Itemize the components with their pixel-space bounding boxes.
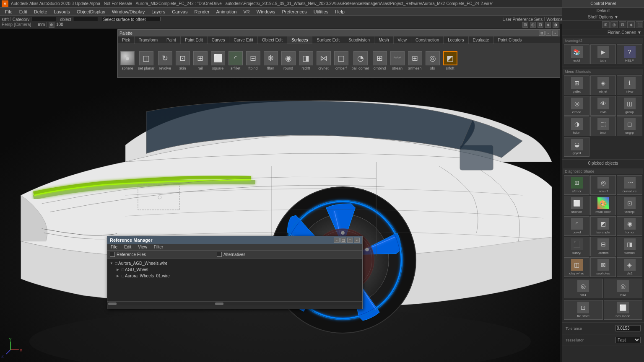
tool-set-planar[interactable]: ◫ set planar (137, 50, 156, 71)
tool-sphere[interactable]: ● sphere (119, 50, 135, 71)
tab-pick[interactable]: Pick (118, 36, 135, 44)
camera-icon[interactable]: ◈ (545, 22, 551, 28)
rm-titlebar[interactable]: Reference Manager − ◫ □ × (107, 236, 362, 244)
rm-right-scrollbar[interactable] (214, 301, 362, 305)
cp-icon-5[interactable]: ⬛ (636, 21, 643, 28)
rm-minimize-btn[interactable]: − (334, 238, 340, 243)
rm-left-scroll-thumb[interactable] (108, 303, 117, 305)
tool-crnbind[interactable]: ⊞ crnbind (372, 50, 388, 71)
curvd-btn[interactable]: ◜ curvd (564, 216, 589, 236)
hornor-btn[interactable]: ◉ hornor (617, 216, 642, 236)
rm-alternatives-checkbox[interactable] (217, 252, 222, 257)
menu-canvas[interactable]: Canvas (169, 8, 191, 15)
tool-round[interactable]: ◉ round (280, 50, 296, 71)
menu-animation[interactable]: Animation (213, 8, 240, 15)
tmpl-btn[interactable]: ⬚ tmpl (590, 116, 616, 136)
rm-right-scroll-thumb[interactable] (215, 303, 223, 305)
turnnel-btn[interactable]: ◨ turnnel (617, 237, 642, 256)
rm-tree-item-aurora-agd[interactable]: ▼ □ Aurora_AGD_Wheels.wire (108, 260, 213, 266)
menu-preferences[interactable]: Preferences (278, 8, 310, 15)
menu-file[interactable]: File (2, 8, 16, 15)
vis1-btn[interactable]: ◎ vis1 (564, 279, 603, 298)
rm-maximize-btn[interactable]: □ (347, 238, 353, 243)
menu-layers[interactable]: Layers (148, 8, 169, 15)
rm-menu-file[interactable]: File (107, 244, 121, 250)
sophotes-btn[interactable]: ⊠ sophotes (590, 257, 616, 277)
menu-edit[interactable]: Edit (16, 8, 31, 15)
main-viewport[interactable]: X Y Z (0, 28, 560, 362)
palette-minimize-btn[interactable]: − (545, 31, 551, 36)
rm-tree-item-agd-wheel[interactable]: ▶ □ AGD_Wheel (108, 266, 213, 273)
tool-crvnet[interactable]: ⋈ crvnet (316, 50, 332, 71)
tool-rsdrft[interactable]: ◨ rsdrft (298, 50, 314, 71)
palette-close-btn[interactable]: × (552, 31, 558, 36)
cp-icon-3[interactable]: ⊡ (619, 21, 626, 28)
tab-view[interactable]: View (394, 36, 412, 44)
tab-subdivision[interactable]: Subdivision (344, 36, 374, 44)
tool-cmbsrf[interactable]: ◫ cmbsrf (333, 50, 349, 71)
tab-object-edit[interactable]: Object Edit (258, 36, 287, 44)
tab-locators[interactable]: Locators (444, 36, 468, 44)
tab-transform[interactable]: Transform (135, 36, 162, 44)
palette-controls[interactable]: ⊞ − × (539, 31, 558, 36)
menu-vr[interactable]: VR (240, 8, 253, 15)
tancrpl-btn[interactable]: ⊡ tancrpl (617, 196, 642, 215)
tool-ball-corner[interactable]: ◔ ball corner (351, 50, 370, 71)
shading-icon[interactable]: ◎ (530, 22, 536, 28)
rm-close-btn[interactable]: × (354, 238, 360, 243)
rm-menu-filter[interactable]: Filter (151, 244, 166, 250)
tab-point-clouds[interactable]: Point Clouds (494, 36, 527, 44)
help-btn[interactable]: ? HELP (617, 44, 642, 64)
eskil-btn[interactable]: 📚 eskil (564, 44, 589, 64)
file-state-btn[interactable]: ⊡ file state (564, 300, 603, 320)
rm-tree-item-aurora-wheels-01[interactable]: ▶ □ Aurora_Wheels_01.wire (108, 273, 213, 279)
invis-btn[interactable]: 👁 invis (590, 96, 616, 116)
username-display[interactable]: Florian.Coenen ▼ (562, 29, 644, 36)
tutrs-btn[interactable]: ▶ tutrs (590, 44, 616, 64)
tab-curves[interactable]: Curves (208, 36, 230, 44)
cp-icon-4[interactable]: ◈ (627, 21, 635, 28)
zoom-icon[interactable]: ⊕ (49, 22, 55, 28)
tool-ftbind[interactable]: ⊟ ftbind (245, 50, 261, 71)
tool-square[interactable]: ⬜ square (210, 50, 226, 71)
pallet-btn[interactable]: ⊞ pallet (564, 75, 589, 95)
tab-surface-edit[interactable]: Surface Edit (312, 36, 344, 44)
tolerance-input[interactable] (615, 325, 641, 331)
vls2-btn[interactable]: ◈ vls2 (617, 257, 642, 277)
group-btn[interactable]: ◫ group (617, 96, 642, 116)
multi-color-btn[interactable]: 🎨 multi color (590, 196, 616, 215)
tab-paint[interactable]: Paint (162, 36, 181, 44)
infvw-btn[interactable]: ℹ infvw (617, 75, 642, 95)
tool-srfoft[interactable]: ◩ srfoft (442, 50, 458, 71)
view-options-icon[interactable]: ⊡ (538, 22, 543, 28)
tool-flfan[interactable]: ❋ flfan (263, 50, 279, 71)
tessellator-select[interactable]: Fast Fine Custom (615, 337, 641, 343)
usettes-btn[interactable]: ⊟ usettes (590, 237, 616, 256)
box-mode-btn[interactable]: ⬜ box mode (604, 300, 643, 320)
tab-paint-edit[interactable]: Paint Edit (181, 36, 208, 44)
shdncn-btn[interactable]: ⬜ shdncn (564, 196, 589, 215)
rm-ref-files-checkbox[interactable] (110, 252, 115, 257)
clmod-btn[interactable]: ◎ clmod (564, 96, 589, 116)
vis2-btn[interactable]: ◎ vis2 (604, 279, 643, 298)
menu-windows[interactable]: Windows (253, 8, 279, 15)
iso-angle-btn[interactable]: ◩ iso angle (590, 216, 616, 236)
tab-curve-edit[interactable]: Curve Edit (229, 36, 258, 44)
menu-utilities[interactable]: Utilities (310, 8, 332, 15)
tool-strean[interactable]: 〰 strean (390, 50, 405, 71)
menu-objectdisplay[interactable]: ObjectDisplay (73, 8, 109, 15)
survyl-btn[interactable]: ⬛ survyl (564, 237, 589, 256)
rm-controls[interactable]: − ◫ □ × (334, 238, 360, 243)
hdun-btn[interactable]: ◑ hdun (564, 116, 589, 136)
tool-srfmesh[interactable]: ⊞ srfmesh (407, 50, 423, 71)
sftmcr-btn[interactable]: ⊞ sftmcr (564, 175, 589, 195)
rm-menu-view[interactable]: View (135, 244, 151, 250)
menu-windowdisplay[interactable]: Window/Display (109, 8, 148, 15)
tab-evaluate[interactable]: Evaluate (469, 36, 494, 44)
tool-rail[interactable]: ⊞ rail (192, 50, 208, 71)
clay-ao-btn[interactable]: ◫ clay w/ ao (564, 257, 589, 277)
shelf-options-btn[interactable]: Shelf Options ▼ (562, 14, 644, 21)
rm-left-scrollbar[interactable] (107, 301, 214, 305)
palette-grid-btn[interactable]: ⊞ (539, 31, 545, 36)
menu-layouts[interactable]: Layouts (51, 8, 74, 15)
